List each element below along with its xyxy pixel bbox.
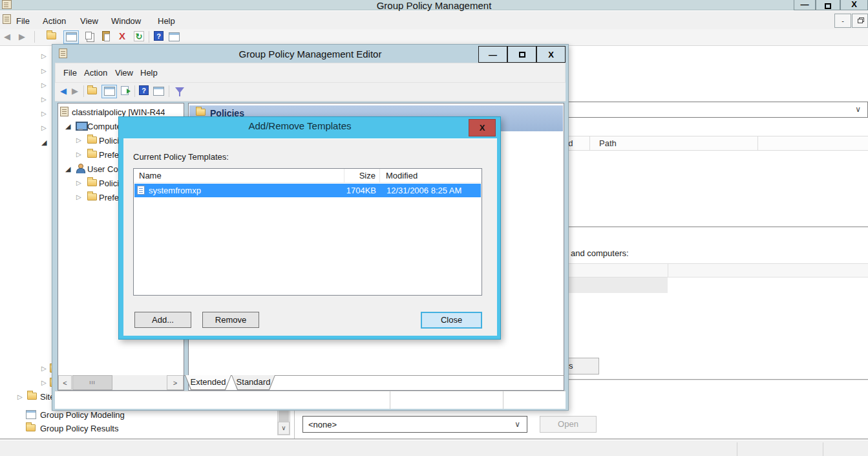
tree-expander[interactable]: ▷ xyxy=(41,96,47,103)
new-window-icon[interactable] xyxy=(153,87,164,96)
tab-extended[interactable]: Extended xyxy=(185,375,231,390)
column-divider[interactable] xyxy=(668,264,668,277)
forward-icon[interactable]: ▶ xyxy=(19,32,25,42)
wmi-filter-combobox[interactable]: <none> ∨ xyxy=(302,416,527,433)
add-remove-templates-dialog[interactable]: Add/Remove Templates X Current Policy Te… xyxy=(118,116,501,340)
menu-action[interactable]: Action xyxy=(43,16,66,27)
table-row[interactable] xyxy=(559,277,668,293)
tab-standard[interactable]: Standard xyxy=(231,375,275,390)
export-list-icon[interactable] xyxy=(121,86,129,95)
tree-expander[interactable]: ▷ xyxy=(76,136,81,144)
tree-expander[interactable]: ▷ xyxy=(41,67,47,75)
editor-menu-view[interactable]: View xyxy=(115,67,133,78)
paste-icon[interactable] xyxy=(102,31,110,41)
close-button[interactable]: Close xyxy=(421,312,482,329)
delete-icon[interactable]: X xyxy=(119,31,125,41)
dialog-close-button[interactable]: X xyxy=(469,119,496,136)
template-file-icon xyxy=(137,186,145,195)
status-divider xyxy=(390,391,390,409)
help-icon[interactable]: ? xyxy=(139,85,149,95)
folder-icon xyxy=(87,136,97,144)
tree-expander-expanded[interactable]: ◢ xyxy=(65,122,70,130)
add-button[interactable]: Add... xyxy=(134,312,191,328)
tree-expander[interactable]: ▷ xyxy=(41,379,47,387)
editor-toolbar: ◀ ▶ ? xyxy=(55,83,566,102)
console-window-icon[interactable] xyxy=(63,30,79,44)
column-name[interactable]: Name xyxy=(139,171,162,180)
main-titlebar[interactable]: Group Policy Management — X xyxy=(0,0,868,10)
tree-expander[interactable]: ▷ xyxy=(76,151,81,158)
templates-list[interactable]: Name Size Modified systemfromxp 1704KB 1… xyxy=(133,168,482,296)
help-icon[interactable]: ? xyxy=(154,31,164,41)
menu-file[interactable]: File xyxy=(16,16,30,27)
mdi-minimize-button[interactable]: - xyxy=(834,14,851,28)
folder-icon xyxy=(87,179,97,186)
status-divider xyxy=(737,442,737,456)
chevron-right-icon: > xyxy=(173,379,177,387)
editor-maximize-button[interactable] xyxy=(507,46,536,63)
tree-expander[interactable]: ▷ xyxy=(17,393,23,401)
tree-expander-expanded[interactable]: ◢ xyxy=(41,138,47,146)
column-divider[interactable] xyxy=(344,169,344,182)
editor-hscrollbar[interactable]: < III > xyxy=(58,375,184,390)
tree-expander[interactable]: ▷ xyxy=(41,110,47,118)
show-tree-icon[interactable] xyxy=(87,87,97,94)
hscroll-left-button[interactable]: < xyxy=(58,375,72,390)
hscroll-thumb[interactable]: III xyxy=(72,375,112,390)
column-path[interactable]: Path xyxy=(599,138,617,148)
template-name: systemfromxp xyxy=(149,186,201,195)
sidebar-item-gp-modeling[interactable]: Group Policy Modeling xyxy=(40,410,125,420)
tree-expander[interactable]: ▷ xyxy=(41,124,47,132)
hscroll-right-button[interactable]: > xyxy=(167,375,184,390)
sidebar-item-gp-results[interactable]: Group Policy Results xyxy=(40,424,118,433)
tree-expander-expanded[interactable]: ◢ xyxy=(65,165,70,173)
truncated-button[interactable]: s xyxy=(566,358,599,375)
tree-expander[interactable]: ▷ xyxy=(41,52,47,60)
template-row-selected[interactable]: systemfromxp 1704KB 12/31/2006 8:25 AM xyxy=(134,184,481,197)
column-modified[interactable]: Modified xyxy=(386,171,418,180)
sites-icon xyxy=(27,393,37,400)
open-button[interactable]: Open xyxy=(540,416,597,433)
menu-view[interactable]: View xyxy=(80,16,98,27)
copy-icon[interactable] xyxy=(85,32,92,39)
column-divider[interactable] xyxy=(757,136,758,150)
mdi-restore-button[interactable] xyxy=(852,14,868,28)
column-size[interactable]: Size xyxy=(347,171,376,180)
vscroll-thumb[interactable] xyxy=(279,411,289,422)
gp-modeling-icon xyxy=(26,410,36,419)
gpo-root-icon xyxy=(60,107,69,116)
minimize-button[interactable]: — xyxy=(794,0,816,10)
tree-expander[interactable]: ▷ xyxy=(76,179,81,187)
back-icon[interactable]: ◀ xyxy=(4,32,10,42)
console-window-icon[interactable] xyxy=(101,85,117,98)
editor-menu-action[interactable]: Action xyxy=(84,67,107,78)
menu-window[interactable]: Window xyxy=(111,16,141,27)
forward-icon[interactable]: ▶ xyxy=(72,86,78,96)
editor-titlebar[interactable]: Group Policy Management Editor — X xyxy=(52,45,568,63)
grip-icon: III xyxy=(89,380,96,385)
editor-tree-root[interactable]: classtrialpolicy [WIN-R44 xyxy=(72,107,165,117)
refresh-icon[interactable]: ↻ xyxy=(134,31,144,41)
close-button[interactable]: X xyxy=(840,0,868,10)
tree-expander[interactable]: ▷ xyxy=(76,193,81,201)
editor-minimize-button[interactable]: — xyxy=(478,46,507,63)
editor-menu-help[interactable]: Help xyxy=(140,67,158,78)
new-window-icon[interactable] xyxy=(169,32,180,41)
maximize-button[interactable] xyxy=(816,0,840,10)
back-icon[interactable]: ◀ xyxy=(60,86,67,96)
column-divider[interactable] xyxy=(589,136,590,150)
tree-expander[interactable]: ▷ xyxy=(41,81,47,89)
templates-label: Current Policy Templates: xyxy=(133,152,229,162)
combobox-value: <none> xyxy=(308,420,337,429)
remove-button[interactable]: Remove xyxy=(202,312,259,328)
vscroll-down-button[interactable]: ∨ xyxy=(278,422,290,435)
column-divider[interactable] xyxy=(379,169,380,182)
toolbar-separator xyxy=(169,85,169,97)
tree-expander[interactable]: ▷ xyxy=(41,365,47,373)
editor-menu-file[interactable]: File xyxy=(63,67,77,78)
filter-icon[interactable] xyxy=(175,87,184,93)
chevron-down-icon: ∨ xyxy=(855,105,861,114)
menu-help[interactable]: Help xyxy=(158,16,175,27)
editor-close-button[interactable]: X xyxy=(536,46,566,63)
show-tree-icon[interactable] xyxy=(47,32,56,39)
